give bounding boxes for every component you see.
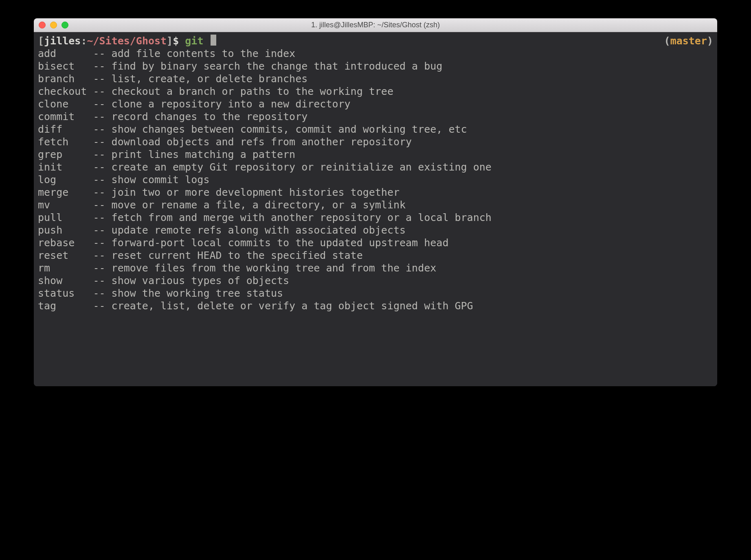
completion-separator: -- bbox=[93, 249, 111, 261]
completion-separator: -- bbox=[93, 111, 111, 122]
completion-row[interactable]: reset-- reset current HEAD to the specif… bbox=[38, 249, 713, 262]
prompt-open-bracket: [ bbox=[38, 35, 44, 47]
completion-row[interactable]: tag-- create, list, delete or verify a t… bbox=[38, 300, 713, 312]
branch-indicator: (master) bbox=[664, 35, 713, 47]
completion-list: add-- add file contents to the indexbise… bbox=[38, 47, 713, 312]
completion-separator: -- bbox=[93, 174, 111, 186]
completion-separator: -- bbox=[93, 275, 111, 287]
prompt-user: jilles bbox=[44, 35, 81, 47]
completion-description: remove files from the working tree and f… bbox=[112, 262, 437, 274]
completion-row[interactable]: checkout-- checkout a branch or paths to… bbox=[38, 85, 713, 98]
branch-close: ) bbox=[707, 35, 713, 47]
completion-description: checkout a branch or paths to the workin… bbox=[112, 85, 393, 97]
completion-separator: -- bbox=[93, 149, 111, 160]
completion-row[interactable]: show-- show various types of objects bbox=[38, 274, 713, 287]
prompt-close-bracket: ] bbox=[167, 35, 173, 47]
window-title: 1. jilles@JillesMBP: ~/Sites/Ghost (zsh) bbox=[34, 21, 717, 29]
completion-description: print lines matching a pattern bbox=[112, 149, 296, 160]
completion-separator: -- bbox=[93, 300, 111, 312]
completion-description: show commit logs bbox=[112, 174, 210, 186]
completion-description: show various types of objects bbox=[112, 275, 290, 287]
completion-command: clone bbox=[38, 98, 93, 110]
completion-description: move or rename a file, a directory, or a… bbox=[112, 199, 406, 211]
completion-command: mv bbox=[38, 199, 93, 211]
completion-row[interactable]: rebase-- forward-port local commits to t… bbox=[38, 236, 713, 249]
completion-command: show bbox=[38, 274, 93, 287]
completion-row[interactable]: init-- create an empty Git repository or… bbox=[38, 161, 713, 173]
completion-separator: -- bbox=[93, 224, 111, 236]
completion-separator: -- bbox=[93, 287, 111, 299]
maximize-icon[interactable] bbox=[61, 22, 68, 28]
prompt-path: ~/Sites/Ghost bbox=[87, 35, 167, 47]
completion-separator: -- bbox=[93, 98, 111, 110]
completion-command: add bbox=[38, 47, 93, 60]
completion-command: branch bbox=[38, 72, 93, 85]
completion-row[interactable]: add-- add file contents to the index bbox=[38, 47, 713, 60]
completion-separator: -- bbox=[93, 212, 111, 223]
completion-row[interactable]: merge-- join two or more development his… bbox=[38, 186, 713, 199]
git-branch: master bbox=[670, 35, 707, 47]
completion-description: clone a repository into a new directory bbox=[112, 98, 351, 110]
completion-separator: -- bbox=[93, 60, 111, 72]
completion-row[interactable]: diff-- show changes between commits, com… bbox=[38, 123, 713, 136]
completion-command: grep bbox=[38, 148, 93, 161]
completion-row[interactable]: log-- show commit logs bbox=[38, 173, 713, 186]
minimize-icon[interactable] bbox=[50, 22, 57, 28]
completion-command: commit bbox=[38, 110, 93, 123]
completion-row[interactable]: status-- show the working tree status bbox=[38, 287, 713, 300]
completion-command: rm bbox=[38, 262, 93, 274]
completion-row[interactable]: fetch-- download objects and refs from a… bbox=[38, 136, 713, 148]
completion-description: fetch from and merge with another reposi… bbox=[112, 212, 492, 223]
completion-row[interactable]: mv-- move or rename a file, a directory,… bbox=[38, 199, 713, 211]
completion-description: download objects and refs from another r… bbox=[112, 136, 412, 148]
completion-row[interactable]: commit-- record changes to the repositor… bbox=[38, 110, 713, 123]
completion-command: reset bbox=[38, 249, 93, 262]
completion-description: update remote refs along with associated… bbox=[112, 224, 406, 236]
completion-command: push bbox=[38, 224, 93, 236]
completion-separator: -- bbox=[93, 123, 111, 135]
completion-separator: -- bbox=[93, 262, 111, 274]
close-icon[interactable] bbox=[39, 22, 46, 28]
completion-command: tag bbox=[38, 300, 93, 312]
titlebar[interactable]: 1. jilles@JillesMBP: ~/Sites/Ghost (zsh) bbox=[34, 18, 717, 32]
prompt-left: [jilles:~/Sites/Ghost]$ git bbox=[38, 35, 216, 47]
traffic-lights bbox=[39, 22, 68, 28]
cursor-icon bbox=[211, 35, 216, 46]
prompt-colon: : bbox=[81, 35, 87, 47]
completion-command: checkout bbox=[38, 85, 93, 98]
prompt-dollar: $ bbox=[173, 35, 185, 47]
completion-description: reset current HEAD to the specified stat… bbox=[112, 249, 363, 261]
completion-command: pull bbox=[38, 211, 93, 224]
completion-command: log bbox=[38, 173, 93, 186]
completion-description: join two or more development histories t… bbox=[112, 186, 400, 198]
completion-separator: -- bbox=[93, 73, 111, 85]
completion-row[interactable]: bisect-- find by binary search the chang… bbox=[38, 60, 713, 72]
completion-row[interactable]: rm-- remove files from the working tree … bbox=[38, 262, 713, 274]
completion-row[interactable]: pull-- fetch from and merge with another… bbox=[38, 211, 713, 224]
completion-separator: -- bbox=[93, 48, 111, 59]
completion-row[interactable]: clone-- clone a repository into a new di… bbox=[38, 98, 713, 110]
completion-description: show the working tree status bbox=[112, 287, 283, 299]
completion-description: list, create, or delete branches bbox=[112, 73, 308, 85]
completion-description: create, list, delete or verify a tag obj… bbox=[112, 300, 473, 312]
completion-description: find by binary search the change that in… bbox=[112, 60, 443, 72]
completion-command: fetch bbox=[38, 136, 93, 148]
completion-separator: -- bbox=[93, 136, 111, 148]
branch-open: ( bbox=[664, 35, 670, 47]
completion-separator: -- bbox=[93, 186, 111, 198]
completion-command: diff bbox=[38, 123, 93, 136]
completion-command: rebase bbox=[38, 236, 93, 249]
completion-description: add file contents to the index bbox=[112, 48, 296, 59]
completion-description: forward-port local commits to the update… bbox=[112, 237, 449, 249]
completion-command: status bbox=[38, 287, 93, 300]
completion-description: show changes between commits, commit and… bbox=[112, 123, 467, 135]
completion-command: merge bbox=[38, 186, 93, 199]
prompt-line: [jilles:~/Sites/Ghost]$ git (master) bbox=[38, 35, 713, 47]
terminal-window: 1. jilles@JillesMBP: ~/Sites/Ghost (zsh)… bbox=[34, 18, 717, 386]
completion-command: bisect bbox=[38, 60, 93, 72]
completion-row[interactable]: grep-- print lines matching a pattern bbox=[38, 148, 713, 161]
terminal-body[interactable]: [jilles:~/Sites/Ghost]$ git (master) add… bbox=[34, 32, 717, 386]
completion-row[interactable]: branch-- list, create, or delete branche… bbox=[38, 72, 713, 85]
completion-row[interactable]: push-- update remote refs along with ass… bbox=[38, 224, 713, 236]
completion-description: record changes to the repository bbox=[112, 111, 308, 122]
